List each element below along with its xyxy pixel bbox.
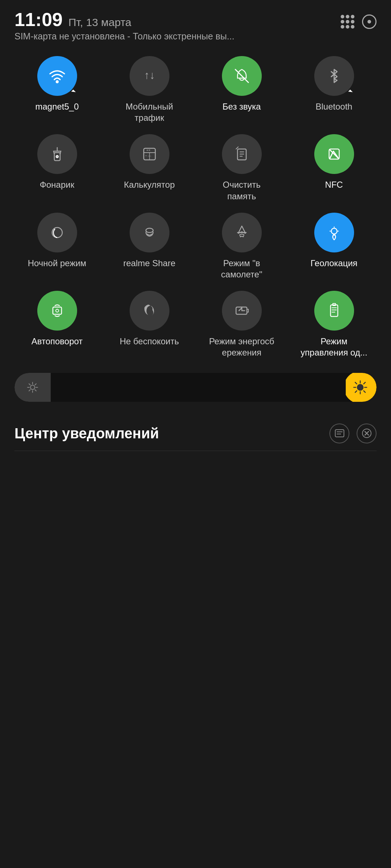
notification-manage-button[interactable] [329, 424, 349, 443]
qs-clear-memory[interactable]: Очиститьпамять [199, 134, 284, 201]
qs-geolocation[interactable]: Геолокация [291, 213, 377, 280]
sun-small-icon [26, 381, 39, 394]
qs-mobile[interactable]: ↑↓ Мобильныйтрафик [107, 56, 192, 123]
brightness-section [0, 366, 391, 413]
qs-dnd-label: Не беспокоить [120, 336, 179, 347]
svg-rect-26 [53, 307, 62, 314]
qs-airplane-label: Режим "всамолете" [221, 258, 262, 280]
camera-icon[interactable] [362, 14, 377, 29]
qs-autorotate-label: Автоповорот [31, 336, 83, 347]
qs-wifi-circle [37, 56, 77, 96]
qs-realme-share-label: realme Share [123, 258, 175, 269]
svg-line-45 [29, 390, 30, 391]
qs-flashlight-circle [37, 134, 77, 174]
quick-settings-panel: magnet5_0 ↑↓ Мобильныйтрафик Без звука [0, 45, 391, 366]
close-icon [361, 427, 373, 439]
svg-point-46 [357, 384, 363, 390]
svg-point-5 [56, 156, 58, 158]
qs-clear-memory-circle [222, 134, 262, 174]
status-sim: SIM-карта не установлена - Только экстре… [14, 31, 234, 42]
qs-dnd[interactable]: Не беспокоить [107, 291, 192, 358]
silent-icon [232, 67, 251, 85]
qs-realme-share[interactable]: realme Share [107, 213, 192, 280]
qs-calculator-circle: +× ÷ — [130, 134, 169, 174]
status-icons [340, 10, 377, 30]
qs-power-manager-label: Режимуправления од... [300, 336, 367, 358]
svg-point-19 [146, 228, 153, 233]
wifi-arrow [71, 90, 76, 94]
qs-geolocation-label: Геолокация [311, 258, 358, 269]
notification-actions [329, 424, 377, 443]
status-date: Пт, 13 марта [68, 16, 131, 29]
geolocation-icon [325, 223, 344, 242]
calculator-icon: +× ÷ — [140, 145, 159, 163]
brightness-low-icon [14, 373, 51, 402]
bluetooth-icon [325, 67, 344, 85]
qs-nfc-circle [314, 134, 354, 174]
svg-line-51 [355, 382, 357, 384]
svg-point-0 [56, 81, 58, 83]
svg-point-27 [56, 309, 59, 312]
notification-section: Центр уведомлений [0, 413, 391, 451]
svg-rect-32 [331, 305, 338, 316]
svg-text:÷ —: ÷ — [145, 154, 151, 158]
qs-silent[interactable]: Без звука [199, 56, 284, 123]
qs-night-mode[interactable]: Ночной режим [14, 213, 100, 280]
grid-icon[interactable] [340, 14, 356, 30]
brightness-track[interactable] [51, 373, 346, 402]
qs-battery-saver[interactable]: Режим энергосбережения [199, 291, 284, 358]
night-mode-icon [48, 223, 67, 242]
autorotate-icon [48, 301, 67, 320]
qs-wifi[interactable]: magnet5_0 [14, 56, 100, 123]
airplane-icon [232, 223, 251, 242]
svg-text:+×: +× [146, 148, 151, 152]
svg-rect-55 [335, 430, 344, 437]
qs-wifi-label: magnet5_0 [35, 101, 79, 112]
qs-autorotate[interactable]: Автоповорот [14, 291, 100, 358]
qs-flashlight-label: Фонарик [40, 179, 74, 190]
svg-point-18 [57, 232, 60, 236]
qs-bluetooth-circle [314, 56, 354, 96]
sun-large-icon [352, 379, 368, 395]
qs-power-manager[interactable]: Режимуправления од... [291, 291, 377, 358]
qs-airplane[interactable]: Режим "всамолете" [199, 213, 284, 280]
bluetooth-arrow [348, 90, 353, 94]
qs-silent-circle [222, 56, 262, 96]
battery-saver-icon [232, 301, 251, 320]
nfc-icon [325, 145, 344, 163]
qs-airplane-circle [222, 213, 262, 252]
qs-bluetooth-label: Bluetooth [316, 101, 352, 112]
svg-line-42 [29, 384, 30, 385]
qs-flashlight[interactable]: Фонарик [14, 134, 100, 201]
svg-line-54 [355, 391, 357, 392]
svg-line-53 [364, 382, 366, 384]
qs-calculator-label: Калькулятор [124, 179, 175, 190]
status-bar: 11:09 Пт, 13 марта SIM-карта не установл… [0, 0, 391, 45]
qs-dnd-circle [130, 291, 169, 331]
qs-battery-saver-label: Режим энергосбережения [209, 336, 274, 358]
svg-text:↑↓: ↑↓ [144, 69, 155, 81]
qs-nfc[interactable]: NFC [291, 134, 377, 201]
qs-geolocation-circle [314, 213, 354, 252]
qs-mobile-circle: ↑↓ [130, 56, 169, 96]
manage-icon [334, 427, 345, 439]
qs-nfc-label: NFC [325, 179, 343, 190]
realme-share-icon [140, 223, 159, 242]
quick-settings-grid: magnet5_0 ↑↓ Мобильныйтрафик Без звука [14, 56, 377, 358]
qs-battery-saver-circle [222, 291, 262, 331]
status-left: 11:09 Пт, 13 марта SIM-карта не установл… [14, 10, 234, 42]
flashlight-icon [48, 145, 67, 163]
brightness-high-icon[interactable] [344, 373, 377, 402]
qs-bluetooth[interactable]: Bluetooth [291, 56, 377, 123]
wifi-icon [48, 67, 67, 85]
brightness-bar[interactable] [14, 373, 377, 402]
qs-autorotate-circle [37, 291, 77, 331]
notification-close-button[interactable] [357, 424, 377, 443]
qs-night-mode-circle [37, 213, 77, 252]
qs-realme-share-circle [130, 213, 169, 252]
svg-point-37 [30, 385, 35, 390]
mobile-traffic-icon: ↑↓ [140, 67, 159, 85]
qs-night-mode-label: Ночной режим [28, 258, 87, 269]
qs-clear-memory-label: Очиститьпамять [223, 179, 260, 201]
qs-calculator[interactable]: +× ÷ — Калькулятор [107, 134, 192, 201]
